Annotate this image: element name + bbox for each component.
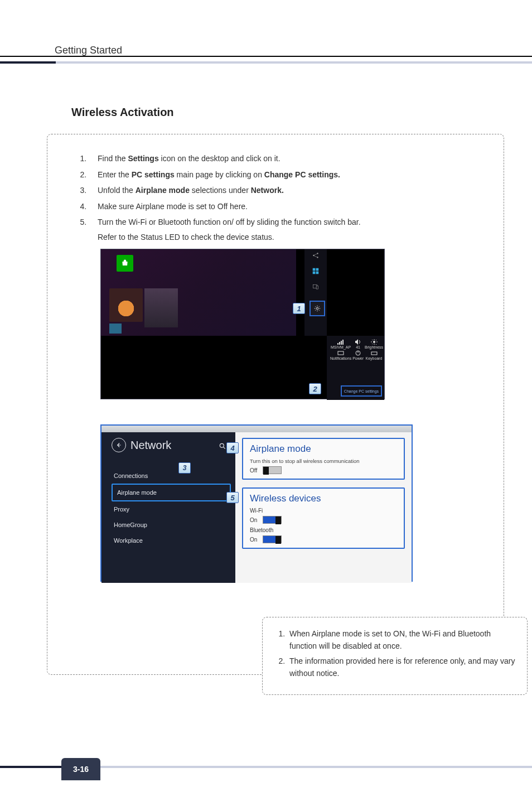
figure-network-settings: Network 3 Connections Airplane mode Prox… <box>100 424 413 582</box>
share-icon <box>312 252 320 259</box>
bluetooth-state-label: On <box>250 537 257 543</box>
qs-notifications[interactable]: Notifications <box>330 350 351 360</box>
search-icon <box>219 442 226 450</box>
signal-icon <box>337 339 344 345</box>
sidebar-item-homegroup[interactable]: HomeGroup <box>112 517 235 533</box>
arrow-left-icon <box>115 441 123 449</box>
airplane-panel-desc: Turn this on to stop all wireless commun… <box>250 458 397 464</box>
brightness-icon <box>371 339 378 345</box>
settings-content: 4 Airplane mode Turn this on to stop all… <box>235 432 412 583</box>
charms-bar <box>304 249 327 336</box>
charm-devices[interactable] <box>309 283 322 295</box>
search-button[interactable] <box>219 442 226 452</box>
page-header: Getting Started <box>55 45 122 56</box>
section-title: Wireless Activation <box>71 106 174 119</box>
svg-rect-5 <box>313 272 316 274</box>
wireless-devices-panel: 5 Wireless devices Wi-Fi On Bluetooth On <box>242 487 405 549</box>
callout-5: 5 <box>226 492 239 503</box>
accent-bar <box>0 61 532 64</box>
qs-brightness[interactable]: Brightness <box>365 339 383 349</box>
svg-point-9 <box>316 307 318 310</box>
settings-sidebar: Network 3 Connections Airplane mode Prox… <box>101 432 235 583</box>
svg-rect-11 <box>338 351 344 355</box>
figure-charms-bar: 1 MSIVM_AP 41 Brightness Notifications P… <box>100 249 385 399</box>
note-box: When Airplane mode is set to ON, the Wi-… <box>262 617 528 695</box>
callout-1: 1 <box>293 303 305 314</box>
charm-settings[interactable] <box>309 301 325 316</box>
settings-quick-panel: MSIVM_AP 41 Brightness Notifications Pow… <box>327 336 384 400</box>
note-2: The information provided here is for ref… <box>287 655 516 680</box>
callout-4: 4 <box>226 442 239 453</box>
bluetooth-toggle[interactable] <box>263 535 282 543</box>
wifi-state-label: On <box>250 517 257 523</box>
step-2: Enter the PC settings main page by click… <box>89 167 487 182</box>
volume-icon <box>355 339 361 345</box>
instruction-box: Find the Settings icon on the desktop an… <box>47 134 504 675</box>
sidebar-item-connections[interactable]: Connections <box>112 468 235 484</box>
store-tile[interactable] <box>117 255 133 272</box>
step-5: Turn the Wi-Fi or Bluetooth function on/… <box>89 215 487 244</box>
qs-volume[interactable]: 41 <box>352 339 364 349</box>
svg-rect-4 <box>316 268 319 271</box>
store-icon <box>121 259 129 267</box>
sidebar-item-workplace[interactable]: Workplace <box>112 533 235 548</box>
airplane-panel-title: Airplane mode <box>250 443 397 455</box>
wifi-label: Wi-Fi <box>250 508 397 514</box>
svg-rect-3 <box>313 268 316 271</box>
wireless-panel-title: Wireless devices <box>250 493 397 504</box>
callout-2: 2 <box>309 383 321 394</box>
qs-network[interactable]: MSIVM_AP <box>330 339 351 349</box>
page-number: 3-16 <box>61 758 100 780</box>
note-1: When Airplane mode is set to ON, the Wi-… <box>287 627 516 653</box>
windows-icon <box>312 267 320 275</box>
sidebar-item-proxy[interactable]: Proxy <box>112 501 235 517</box>
sidebar-item-airplane[interactable]: Airplane mode <box>112 484 231 501</box>
food-tile[interactable] <box>109 288 143 322</box>
svg-rect-8 <box>316 286 318 289</box>
change-pc-settings-link[interactable]: Change PC settings <box>341 385 382 397</box>
step-5-ref: Refer to the Status LED to check the dev… <box>98 230 487 245</box>
keyboard-icon <box>371 350 378 356</box>
start-screen <box>101 249 296 336</box>
manual-page: Getting Started Wireless Activation Find… <box>0 0 532 787</box>
sidebar-title: Network <box>130 439 171 452</box>
airplane-mode-panel: 4 Airplane mode Turn this on to stop all… <box>242 438 405 480</box>
callout-3: 3 <box>178 462 191 474</box>
people-tile[interactable] <box>144 288 178 327</box>
gear-icon <box>313 305 321 312</box>
bluetooth-label: Bluetooth <box>250 527 397 533</box>
qs-keyboard[interactable]: Keyboard <box>365 350 383 360</box>
power-icon <box>355 350 361 356</box>
svg-rect-6 <box>316 272 319 274</box>
step-1: Find the Settings icon on the desktop an… <box>89 151 487 166</box>
svg-point-1 <box>317 253 318 254</box>
notifications-icon <box>337 350 344 356</box>
step-4: Make sure Airplane mode is set to Off he… <box>89 199 487 214</box>
step-3: Unfold the Airplane mode selections unde… <box>89 183 487 198</box>
svg-point-14 <box>220 443 224 447</box>
step-list: Find the Settings icon on the desktop an… <box>89 151 487 245</box>
svg-point-10 <box>373 341 375 343</box>
devices-icon <box>312 283 320 291</box>
header-rule <box>0 56 532 57</box>
charm-share[interactable] <box>309 252 322 264</box>
window-titlebar <box>101 426 412 432</box>
airplane-state-label: Off <box>250 467 257 474</box>
sidebar-header: Network <box>112 438 235 452</box>
svg-point-2 <box>317 257 318 258</box>
back-button[interactable] <box>112 438 126 452</box>
wifi-toggle[interactable] <box>263 516 282 524</box>
svg-rect-13 <box>371 352 377 355</box>
qs-power[interactable]: Power <box>352 350 364 360</box>
airplane-mode-toggle[interactable] <box>263 466 282 474</box>
charm-start[interactable] <box>309 267 322 279</box>
photos-tile[interactable] <box>109 324 122 334</box>
